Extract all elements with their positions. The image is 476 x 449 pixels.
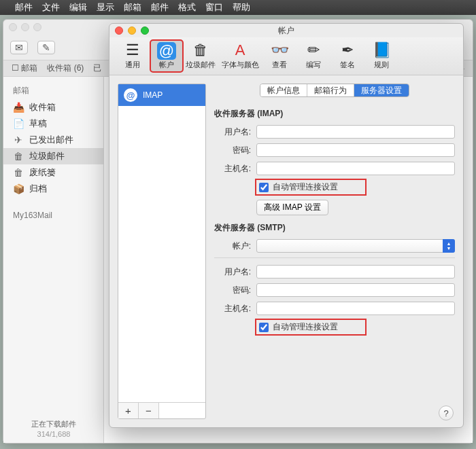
in-auto-manage-checkbox[interactable]: [259, 183, 269, 192]
tab-server-settings[interactable]: 服务器设置: [354, 84, 409, 96]
get-mail-button[interactable]: ✉︎: [10, 41, 28, 54]
tab-mailboxes[interactable]: ☐ 邮箱: [12, 62, 37, 74]
account-detail-tabs: 帐户信息 邮箱行为 服务器设置: [260, 84, 409, 97]
in-auto-manage-label: 自动管理连接设置: [273, 181, 338, 193]
junk-icon: 🗑: [13, 151, 24, 162]
incoming-header: 收件服务器 (IMAP): [214, 108, 455, 120]
out-auto-manage-label: 自动管理连接设置: [273, 321, 338, 333]
menu-edit[interactable]: 编辑: [69, 1, 87, 14]
prefs-title: 帐户: [278, 25, 294, 37]
prefs-tab-viewing[interactable]: 👓查看: [263, 39, 296, 72]
menu-mail[interactable]: 邮件: [15, 1, 33, 14]
help-button[interactable]: ?: [439, 406, 454, 420]
account-detail-pane: 帐户信息 邮箱行为 服务器设置 收件服务器 (IMAP) 用户名: 密码: 主机…: [214, 84, 455, 419]
sidebar-account-label[interactable]: My163Mail: [3, 209, 103, 223]
out-user-label: 用户名:: [214, 266, 251, 278]
window-close-icon[interactable]: [9, 23, 17, 31]
out-pass-input[interactable]: [256, 283, 455, 297]
prefs-window: 帐户 ☰通用 @帐户 🗑垃圾邮件 A字体与颜色 👓查看 ✏︎编写 ✒︎签名 📘规…: [109, 23, 464, 428]
prefs-tab-accounts[interactable]: @帐户: [150, 40, 183, 72]
menu-file[interactable]: 文件: [42, 1, 60, 14]
viewing-icon: 👓: [264, 41, 295, 60]
account-at-icon: @: [124, 88, 137, 102]
tab-account-info[interactable]: 帐户信息: [260, 84, 307, 96]
prefs-tab-rules[interactable]: 📘规则: [365, 39, 398, 72]
out-account-label: 帐户:: [214, 240, 251, 252]
window-minimize-icon[interactable]: [21, 23, 29, 31]
prefs-close-icon[interactable]: [115, 26, 123, 35]
signature-icon: ✒︎: [332, 41, 363, 60]
mail-sidebar: 邮箱 📥收件箱 📄草稿 ✈︎已发出邮件 🗑垃圾邮件 🗑废纸篓 📦归档 My163…: [3, 77, 104, 443]
menu-message[interactable]: 邮件: [151, 1, 169, 14]
menu-format[interactable]: 格式: [178, 1, 196, 14]
add-account-button[interactable]: +: [118, 403, 139, 418]
select-arrows-icon: ▲▼: [443, 239, 455, 253]
out-host-input[interactable]: [256, 302, 455, 315]
prefs-tab-fonts[interactable]: A字体与颜色: [218, 39, 262, 72]
out-pass-label: 密码:: [214, 285, 251, 296]
sent-icon: ✈︎: [13, 134, 24, 145]
sidebar-item-trash[interactable]: 🗑废纸篓: [3, 164, 103, 181]
sidebar-heading: 邮箱: [3, 84, 103, 99]
status-line1: 正在下载邮件: [3, 419, 104, 429]
advanced-imap-button[interactable]: 高级 IMAP 设置: [256, 200, 328, 215]
mail-status: 正在下载邮件 314/1,688: [3, 419, 104, 439]
in-user-label: 用户名:: [214, 126, 251, 138]
sidebar-item-inbox[interactable]: 📥收件箱: [3, 99, 103, 115]
macos-menubar: 邮件 文件 编辑 显示 邮箱 邮件 格式 窗口 帮助: [0, 0, 476, 15]
prefs-tab-signature[interactable]: ✒︎签名: [331, 39, 364, 72]
account-list-item[interactable]: @ IMAP: [118, 84, 205, 106]
menu-window[interactable]: 窗口: [205, 1, 223, 14]
accounts-icon: @: [157, 42, 176, 60]
rules-icon: 📘: [366, 41, 397, 60]
account-name-label: IMAP: [143, 90, 163, 100]
remove-account-button[interactable]: −: [139, 403, 159, 418]
prefs-zoom-icon[interactable]: [141, 26, 149, 35]
in-host-label: 主机名:: [214, 163, 251, 175]
sidebar-item-sent[interactable]: ✈︎已发出邮件: [3, 132, 103, 148]
in-pass-input[interactable]: [256, 143, 455, 157]
status-line2: 314/1,688: [3, 429, 104, 439]
prefs-toolbar: ☰通用 @帐户 🗑垃圾邮件 A字体与颜色 👓查看 ✏︎编写 ✒︎签名 📘规则: [109, 37, 463, 75]
compose-button[interactable]: ✎: [37, 41, 55, 54]
tab-sent[interactable]: 已: [93, 62, 101, 74]
out-auto-manage-checkbox[interactable]: [259, 323, 269, 332]
in-pass-label: 密码:: [214, 145, 251, 156]
sidebar-item-archive[interactable]: 📦归档: [3, 181, 103, 197]
out-auto-manage-row: 自动管理连接设置: [256, 320, 365, 334]
prefs-titlebar: 帐户: [109, 24, 463, 37]
in-user-input[interactable]: [256, 125, 455, 139]
sidebar-item-junk[interactable]: 🗑垃圾邮件: [3, 148, 103, 164]
prefs-tab-compose[interactable]: ✏︎编写: [297, 39, 330, 72]
out-user-input[interactable]: [256, 265, 455, 279]
out-account-select[interactable]: [256, 239, 455, 253]
window-zoom-icon[interactable]: [33, 23, 41, 31]
tab-mailbox-behavior[interactable]: 邮箱行为: [307, 84, 354, 96]
compose-pref-icon: ✏︎: [298, 41, 329, 60]
menu-mailbox[interactable]: 邮箱: [124, 1, 141, 14]
in-host-input[interactable]: [256, 162, 455, 175]
archive-icon: 📦: [13, 183, 24, 194]
out-host-label: 主机名:: [214, 303, 251, 315]
sidebar-item-drafts[interactable]: 📄草稿: [3, 115, 103, 132]
in-auto-manage-row: 自动管理连接设置: [256, 180, 365, 194]
menu-view[interactable]: 显示: [97, 1, 114, 14]
fonts-icon: A: [219, 41, 261, 60]
tab-inbox[interactable]: 收件箱 (6): [47, 62, 84, 74]
general-icon: ☰: [117, 41, 148, 60]
prefs-tab-general[interactable]: ☰通用: [116, 39, 149, 72]
inbox-icon: 📥: [13, 102, 24, 113]
trash-icon: 🗑: [13, 167, 24, 178]
drafts-icon: 📄: [13, 118, 24, 129]
menu-help[interactable]: 帮助: [233, 1, 250, 14]
outgoing-header: 发件服务器 (SMTP): [214, 222, 455, 234]
prefs-tab-junk[interactable]: 🗑垃圾邮件: [184, 39, 217, 72]
junk-pref-icon: 🗑: [185, 41, 216, 60]
account-list: @ IMAP + −: [118, 84, 206, 419]
prefs-minimize-icon[interactable]: [128, 26, 136, 35]
